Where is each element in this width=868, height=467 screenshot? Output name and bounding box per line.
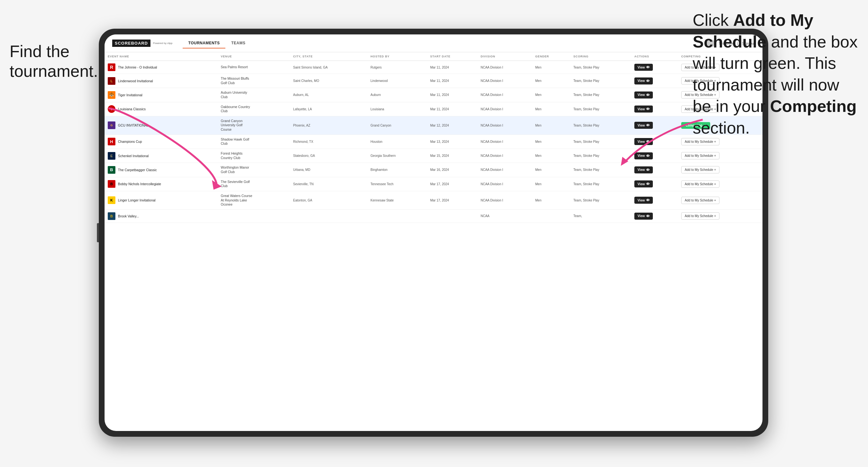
cell-city-state: Auburn, AL xyxy=(290,88,367,102)
eye-icon: 👁 xyxy=(646,93,650,97)
annotation-left: Find the tournament. xyxy=(9,41,98,81)
cell-gender: Men xyxy=(532,102,570,116)
cell-gender: Men xyxy=(532,191,570,210)
cell-event-name: L Lindenwood Invitational xyxy=(104,74,218,88)
cell-event-name: B Brook Valley... xyxy=(104,210,218,222)
cell-start-date: Mar 12, 2024 xyxy=(427,116,477,134)
cell-start-date: Mar 11, 2024 xyxy=(427,102,477,116)
cell-scoring: Team, Stroke Play xyxy=(570,177,631,191)
add-to-schedule-button[interactable]: Add to My Schedule + xyxy=(681,180,719,188)
cell-venue xyxy=(218,210,290,222)
cell-gender: Men xyxy=(532,88,570,102)
cell-venue: Forest Heights Country Club xyxy=(218,149,290,163)
cell-start-date: Mar 16, 2024 xyxy=(427,163,477,177)
cell-event-name: K Linger Longer Invitational xyxy=(104,191,218,210)
cell-competing: Add to My Schedule + xyxy=(678,177,763,191)
annotation-right: Click Add to My Schedule and the box wil… xyxy=(693,9,859,139)
cell-venue: Great Waters Course At Reynolds Lake Oco… xyxy=(218,191,290,210)
team-logo: L xyxy=(108,77,115,85)
team-logo: B xyxy=(108,212,115,220)
add-to-schedule-button[interactable]: Add to My Schedule + xyxy=(681,212,719,220)
tab-tournaments[interactable]: TOURNAMENTS xyxy=(183,38,226,49)
team-logo: 🐯 xyxy=(108,91,115,99)
cell-hosted-by: Rutgers xyxy=(367,61,427,74)
cell-division: NCAA Division I xyxy=(477,74,532,88)
cell-competing: Add to My Schedule + xyxy=(678,191,763,210)
view-button[interactable]: View 👁 xyxy=(634,197,653,204)
cell-hosted-by: Grand Canyon xyxy=(367,116,427,134)
cell-city-state: Statesboro, GA xyxy=(290,149,367,163)
event-name-text: The Johnnie - O Individual xyxy=(118,65,157,69)
table-row: R The Johnnie - O Individual Sea Palms R… xyxy=(104,61,763,74)
cell-division: NCAA Division I xyxy=(477,149,532,163)
cell-division: NCAA Division I xyxy=(477,88,532,102)
eye-icon: 👁 xyxy=(646,198,650,202)
tab-teams[interactable]: TEAMS xyxy=(225,38,251,49)
eye-icon: 👁 xyxy=(646,79,650,83)
cell-city-state: Urbana, MD xyxy=(290,163,367,177)
cell-competing: Add to My Schedule + xyxy=(678,210,763,222)
cell-gender xyxy=(532,210,570,222)
cell-start-date: Mar 17, 2024 xyxy=(427,191,477,210)
table-row: 🐯 Tiger Invitational Auburn University C… xyxy=(104,88,763,102)
col-hosted-by: HOSTED BY xyxy=(367,52,427,61)
cell-hosted-by: Auburn xyxy=(367,88,427,102)
cell-city-state: Lafayette, LA xyxy=(290,102,367,116)
cell-event-name: R The Johnnie - O Individual xyxy=(104,61,218,74)
cell-start-date: Mar 11, 2024 xyxy=(427,61,477,74)
cell-division: NCAA Division I xyxy=(477,116,532,134)
team-logo: K xyxy=(108,196,115,204)
cell-hosted-by: Binghamton xyxy=(367,163,427,177)
logo-subtitle: Powered by clipp xyxy=(153,42,173,44)
col-venue: VENUE xyxy=(218,52,290,61)
tablet-side-button xyxy=(97,223,99,242)
svg-marker-1 xyxy=(621,157,628,166)
cell-start-date: Mar 11, 2024 xyxy=(427,74,477,88)
table-header-row: EVENT NAME VENUE CITY, STATE HOSTED BY S… xyxy=(104,52,763,61)
cell-hosted-by xyxy=(367,210,427,222)
cell-gender: Men xyxy=(532,74,570,88)
cell-scoring: Team, Stroke Play xyxy=(570,88,631,102)
cell-division: NCAA Division I xyxy=(477,134,532,149)
add-to-schedule-button[interactable]: Add to My Schedule + xyxy=(681,197,719,204)
nav-tabs: TOURNAMENTS TEAMS xyxy=(183,38,251,49)
eye-icon: 👁 xyxy=(646,65,650,69)
cell-gender: Men xyxy=(532,134,570,149)
cell-venue: Shadow Hawk Golf Club xyxy=(218,134,290,149)
view-button[interactable]: View 👁 xyxy=(634,64,653,71)
eye-icon: 👁 xyxy=(646,214,650,218)
col-city-state: CITY, STATE xyxy=(290,52,367,61)
cell-venue: Oakbourne Country Club xyxy=(218,102,290,116)
cell-start-date xyxy=(427,210,477,222)
cell-hosted-by: Louisiana xyxy=(367,102,427,116)
cell-start-date: Mar 11, 2024 xyxy=(427,88,477,102)
cell-venue: Grand Canyon University Golf Course xyxy=(218,116,290,134)
col-gender: GENDER xyxy=(532,52,570,61)
cell-start-date: Mar 13, 2024 xyxy=(427,134,477,149)
tablet-frame: SCOREBOARD Powered by clipp TOURNAMENTS … xyxy=(99,29,768,437)
view-button[interactable]: View 👁 xyxy=(634,77,653,85)
table-row: B Brook Valley... NCAA Team, View 👁 Add … xyxy=(104,210,763,222)
cell-venue: Worthington Manor Golf Club xyxy=(218,163,290,177)
cell-hosted-by: Tennessee Tech xyxy=(367,177,427,191)
event-name-text: Brook Valley... xyxy=(118,214,139,218)
event-name-text: Tiger Invitational xyxy=(118,93,143,97)
cell-city-state: Phoenix, AZ xyxy=(290,116,367,134)
tablet-screen: SCOREBOARD Powered by clipp TOURNAMENTS … xyxy=(104,34,763,431)
cell-start-date: Mar 15, 2024 xyxy=(427,149,477,163)
cell-city-state: Saint Charles, MO xyxy=(290,74,367,88)
cell-hosted-by: Kennesaw State xyxy=(367,191,427,210)
eye-icon: 👁 xyxy=(646,107,650,111)
cell-actions: View 👁 xyxy=(631,74,678,88)
view-button[interactable]: View 👁 xyxy=(634,180,653,187)
cell-city-state: Sevierville, TN xyxy=(290,177,367,191)
view-button[interactable]: View 👁 xyxy=(634,213,653,220)
cell-division: NCAA Division I xyxy=(477,191,532,210)
cell-city-state: Richmond, TX xyxy=(290,134,367,149)
team-logo: R xyxy=(108,63,115,71)
view-button[interactable]: View 👁 xyxy=(634,92,653,98)
cell-actions: View 👁 xyxy=(631,177,678,191)
cell-city-state xyxy=(290,210,367,222)
cell-actions: View 👁 xyxy=(631,191,678,210)
cell-scoring: Team, Stroke Play xyxy=(570,74,631,88)
